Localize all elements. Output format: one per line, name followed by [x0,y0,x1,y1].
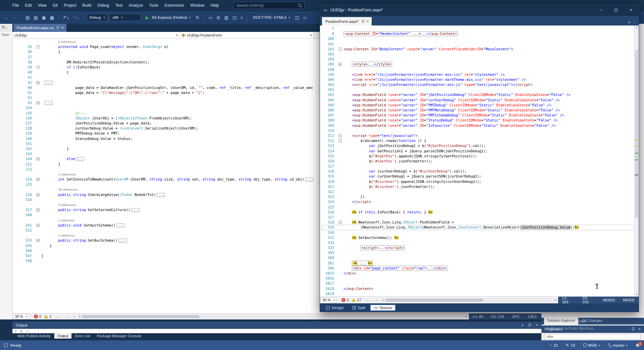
code-line[interactable]: 314 var GetPosition1 = jQuery.parseJSON(… [322,149,639,154]
fold-toggle-icon[interactable]: - [37,45,40,48]
fold-margin[interactable] [337,154,343,159]
scrollbar-thumb[interactable] [635,50,638,218]
code-line[interactable]: 327 [322,215,639,220]
fold-margin[interactable]: + [35,192,41,197]
scroll-up-icon[interactable]: ▲ [634,26,639,29]
aspx-code-editor[interactable]: 78<asp:Content ID="HeaderContent" ...>..… [320,26,639,296]
search-input[interactable] [236,3,298,8]
fold-margin[interactable] [337,281,343,286]
panel-tab-solution-explorer[interactable]: Solution Explorer [544,318,578,324]
fold-margin[interactable] [35,126,41,131]
fold-margin[interactable] [337,57,343,62]
pin-icon[interactable] [631,328,634,331]
code-line[interactable]: 300 <link href="/Js/jsonFormatter/jsonFo… [322,77,639,82]
scrollbar-thumb[interactable] [386,299,483,302]
fold-margin[interactable] [337,128,343,133]
horizontal-scrollbar[interactable]: ◂ ▸ [381,298,557,302]
fold-margin[interactable] [337,143,343,148]
fold-margin[interactable] [337,215,343,220]
nav-type-dropdown[interactable]: UUEfgv.PositionForm ▾ [180,32,314,38]
bottom-tab-error-list[interactable]: Error List [72,333,93,339]
code-line[interactable]: 328- <% Newtonsoft.Json.Linq.JObject Pos… [322,220,639,225]
navigate-backward-icon[interactable]: ← [54,314,63,319]
code-line[interactable]: 326 <% if (this.IsPostBack) { return; } … [322,210,639,215]
code-line[interactable]: 299 <link href="/Js/jsonFormatter/jsonFo… [322,72,639,77]
code-line[interactable]: 5819 [322,291,639,296]
menu-help[interactable]: Help [208,0,222,11]
code-line[interactable]: 310 [322,128,639,133]
fold-margin[interactable] [337,164,343,169]
menu-debug[interactable]: Debug [94,0,112,11]
output-source-dropdown-icon[interactable]: ▾ [15,330,17,333]
code-line[interactable]: 318 var jcurUserDebug1 = $("#curUserDebu… [322,169,639,174]
menu-git[interactable]: Git [50,0,61,11]
menu-extensions[interactable]: Extensions [161,0,187,11]
code-line[interactable]: 5816 [322,276,639,281]
fold-margin[interactable]: + [35,80,41,85]
error-count[interactable]: 0 [39,314,41,318]
toolbar-icon[interactable]: ▱ [302,14,308,21]
fold-margin[interactable] [337,261,343,266]
toolbox-tab[interactable]: To... [0,24,12,31]
close-icon[interactable]: × [536,323,538,327]
navigate-backward-icon[interactable]: ← [364,298,372,303]
toolbar-icon[interactable]: ⌗ [239,14,244,21]
code-line[interactable]: 321 $('#icurUser').jsonFormatter(); [322,184,639,189]
fold-margin[interactable] [337,225,343,230]
fold-toggle-icon[interactable]: - [339,134,342,137]
code-line[interactable]: 361 <% ... %> [322,261,639,266]
warning-icon[interactable] [44,315,48,318]
fold-toggle-icon[interactable]: - [37,66,40,69]
toolbar-icon[interactable]: ▥ [223,14,229,21]
fold-margin[interactable] [35,85,41,90]
code-line[interactable]: 306 <asp:HiddenField runat="server" ID="… [322,108,639,113]
close-icon[interactable]: × [61,26,64,30]
open-file-icon[interactable]: ▧ [33,14,39,21]
code-line[interactable]: 325 [322,205,639,210]
fold-margin[interactable] [35,218,41,223]
fold-margin[interactable] [337,210,343,215]
properties-panel-header[interactable]: Properties × [541,326,644,333]
fold-margin[interactable] [35,187,41,192]
fold-margin[interactable] [337,113,343,118]
fold-margin[interactable] [35,105,41,110]
menu-analyze[interactable]: Analyze [126,0,146,11]
fold-margin[interactable]: - [337,133,343,138]
menu-project[interactable]: Project [61,0,79,11]
fold-margin[interactable]: - [35,44,41,49]
output-clear-icon[interactable]: ▭ [26,330,29,333]
notifications-button[interactable]: 2 [636,343,640,347]
bottom-tab-web-publish-activity[interactable]: Web Publish Activity [14,333,54,339]
fold-margin[interactable] [35,202,41,207]
toolbar-icon[interactable]: ◳ [231,14,237,21]
pin-icon[interactable] [56,26,59,30]
fold-toggle-icon[interactable]: + [37,178,40,181]
code-line[interactable]: 7 [322,26,639,31]
scroll-left-icon[interactable]: ◂ [77,315,81,318]
view-button-source[interactable]: Source [370,305,395,311]
code-line[interactable]: 333 <script>...</script> [322,245,639,250]
fold-margin[interactable] [337,255,343,260]
new-project-icon[interactable]: ▤ [24,14,31,21]
doc-tab-positionform-aspx-cs[interactable]: PositionForm.aspx.cs × [13,24,66,32]
fold-margin[interactable] [35,60,41,65]
undo-icon[interactable]: ↶ ▾ [62,14,70,21]
code-line[interactable]: 301 <script src="/Js/jsonFormatter/jsonF… [322,82,639,87]
code-line[interactable]: 331 <% SetAuctSchema(); %> [322,235,639,240]
fold-margin[interactable] [337,286,343,291]
fold-margin[interactable]: + [35,238,41,243]
fold-margin[interactable] [337,184,343,189]
fold-margin[interactable] [337,205,343,210]
scroll-left-icon[interactable]: ◂ [381,299,384,302]
code-line[interactable]: 319 var curUserDebug1 = jQuery.parseJSON… [322,174,639,179]
code-line[interactable]: 359 [322,250,639,255]
fold-margin[interactable] [35,258,41,263]
fold-margin[interactable] [35,167,41,172]
fold-margin[interactable] [35,121,41,126]
fold-margin[interactable]: + [337,62,343,67]
code-line[interactable]: 283 [322,52,639,57]
fold-margin[interactable] [35,233,41,238]
bottom-tab-package-manager-console[interactable]: Package Manager Console [94,333,145,339]
fold-toggle-icon[interactable]: + [37,81,40,84]
fold-margin[interactable] [337,52,343,57]
